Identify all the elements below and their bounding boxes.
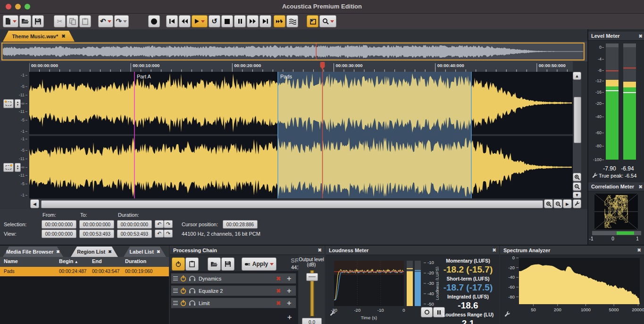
drag-handle-icon[interactable] — [173, 289, 178, 293]
output-slider-handle[interactable] — [306, 273, 318, 281]
remove-effect-icon[interactable]: ✖ — [276, 288, 281, 294]
effect-power-icon[interactable] — [180, 287, 187, 294]
output-level-value[interactable]: 0.0 — [302, 318, 322, 324]
loudness-meter-close-icon[interactable]: ✖ — [493, 246, 496, 255]
waveform-editor[interactable]: Part APads — [29, 72, 573, 200]
processing-chain-header[interactable]: Processing Chain ✖ — [170, 246, 325, 255]
correlation-meter-header[interactable]: Correlation Meter ✖ — [588, 182, 644, 191]
play-dropdown-icon[interactable] — [201, 20, 205, 23]
chain-apply-button[interactable]: Apply — [242, 257, 276, 271]
selection-from-field[interactable]: 00:00:00:000 — [42, 220, 76, 229]
copy-button[interactable] — [67, 15, 78, 27]
save-button[interactable] — [32, 15, 44, 27]
level-meter-header[interactable]: Level Meter ✖ — [588, 32, 644, 41]
table-row[interactable]: Pads00:00:24:48700:00:43:54700:00:19:060 — [0, 267, 169, 276]
insert-effect-icon[interactable]: ＋ — [285, 298, 293, 307]
chain-item-equalize-2[interactable]: Equalize 2✖＋ — [171, 285, 296, 296]
view-redo-button[interactable]: ↷ — [164, 230, 173, 238]
remove-effect-icon[interactable]: ✖ — [276, 300, 281, 307]
redo-dropdown-icon[interactable] — [123, 20, 127, 23]
document-tab-close-icon[interactable]: ✖ — [61, 34, 65, 39]
play-button[interactable] — [192, 15, 208, 27]
new-file-dropdown-icon[interactable] — [13, 20, 17, 23]
horizontal-zoom-in-button[interactable] — [544, 199, 553, 208]
processing-chain-close-icon[interactable]: ✖ — [318, 246, 322, 255]
record-button[interactable] — [148, 15, 160, 27]
column-header-begin[interactable]: Begin ▲ — [59, 258, 78, 264]
apply-dropdown-icon[interactable] — [270, 263, 274, 265]
chain-power-button[interactable] — [172, 257, 185, 271]
zoom-tool-button[interactable] — [319, 15, 336, 27]
paste-button[interactable] — [79, 15, 91, 27]
view-from-field[interactable]: 00:00:00:000 — [42, 230, 76, 238]
selection-undo-button[interactable]: ↶ — [155, 220, 164, 228]
insert-effect-icon[interactable]: ＋ — [285, 274, 293, 283]
loudness-settings-icon[interactable] — [329, 310, 336, 317]
region-list-header-row[interactable]: NameBegin ▲EndDuration — [0, 257, 169, 267]
scroll-left-button[interactable]: ◀ — [30, 199, 39, 208]
redo-button[interactable]: ↷ — [114, 15, 129, 27]
drag-handle-icon[interactable] — [173, 276, 178, 281]
stop-button[interactable] — [221, 15, 233, 27]
loudness-reset-button[interactable] — [421, 307, 433, 317]
vertical-scroll-thumb[interactable] — [574, 97, 581, 143]
go-to-end-button[interactable] — [259, 15, 271, 27]
selection-tool-button[interactable] — [307, 15, 318, 27]
chain-add-row[interactable]: ＋ — [171, 313, 296, 322]
scroll-up-button[interactable]: ▲ — [573, 72, 581, 80]
loudness-meter-header[interactable]: Loudness Meter ✖ — [326, 246, 499, 255]
level-meter-settings-icon[interactable] — [592, 172, 598, 179]
channel-select-button[interactable] — [3, 99, 14, 108]
view-to-field[interactable]: 00:00:53:493 — [79, 230, 114, 238]
file-panel-tab-media-file-browser[interactable]: Media File Browser✖ — [3, 247, 63, 257]
horizontal-zoom-out-button[interactable] — [553, 199, 562, 208]
vertical-zoom-in-button[interactable] — [573, 173, 581, 181]
chain-clipboard-button[interactable] — [185, 257, 199, 271]
tab-close-icon[interactable]: ✖ — [56, 249, 60, 254]
remove-effect-icon[interactable]: ✖ — [276, 275, 281, 282]
channel-select-button[interactable] — [3, 163, 14, 172]
selection-redo-button[interactable]: ↷ — [164, 220, 173, 228]
column-header-duration[interactable]: Duration — [125, 258, 146, 264]
chain-save-button[interactable] — [221, 257, 234, 271]
effect-power-icon[interactable] — [180, 299, 187, 307]
correlation-meter-close-icon[interactable]: ✖ — [639, 182, 643, 191]
column-header-end[interactable]: End — [92, 258, 102, 264]
go-to-start-button[interactable] — [166, 15, 178, 27]
tab-close-icon[interactable]: ✖ — [157, 249, 160, 254]
open-file-button[interactable] — [19, 15, 31, 27]
level-meter-close-icon[interactable]: ✖ — [639, 32, 643, 41]
channel-spinner[interactable]: ▲▼ — [15, 99, 21, 108]
scrub-tool-button[interactable] — [274, 15, 285, 27]
document-tab[interactable]: Theme Music.wav* ✖ — [3, 31, 75, 42]
effect-power-icon[interactable] — [180, 275, 187, 282]
cut-button[interactable]: ✂ — [54, 15, 66, 27]
zoom-dropdown-icon[interactable] — [330, 20, 334, 23]
solo-headphones-icon[interactable] — [189, 275, 196, 281]
undo-button[interactable]: ↶ — [98, 15, 113, 27]
new-file-button[interactable] — [3, 15, 18, 27]
cursor-position-field[interactable]: 00:00:28:886 — [223, 220, 258, 229]
selection-to-field[interactable]: 00:00:00:000 — [79, 220, 114, 229]
spectral-view-button[interactable] — [286, 15, 298, 27]
add-effect-icon[interactable]: ＋ — [286, 313, 293, 321]
fast-forward-button[interactable] — [247, 15, 259, 27]
column-header-name[interactable]: Name — [4, 258, 18, 264]
editor-settings-button[interactable] — [573, 199, 581, 208]
insert-effect-icon[interactable]: ＋ — [285, 286, 293, 295]
vertical-zoom-out-button[interactable] — [573, 182, 581, 191]
file-panel-tab-region-list[interactable]: Region List✖ — [71, 247, 118, 257]
solo-headphones-icon[interactable] — [189, 288, 196, 294]
chain-open-button[interactable] — [208, 257, 221, 271]
view-undo-button[interactable]: ↶ — [155, 230, 164, 238]
rewind-button[interactable] — [179, 15, 191, 27]
pause-button[interactable] — [234, 15, 246, 27]
chain-item-limit[interactable]: Limit✖＋ — [171, 298, 296, 308]
chain-item-dynamics[interactable]: Dynamics✖＋ — [171, 273, 296, 284]
spectrum-analyzer-header[interactable]: Spectrum Analyzer ✖ — [500, 246, 644, 255]
undo-dropdown-icon[interactable] — [108, 20, 111, 23]
solo-headphones-icon[interactable] — [189, 300, 196, 306]
scroll-down-button[interactable]: ▼ — [573, 192, 581, 198]
selection-duration-field[interactable]: 00:00:00:000 — [117, 220, 152, 229]
spectrum-settings-icon[interactable] — [504, 311, 511, 318]
